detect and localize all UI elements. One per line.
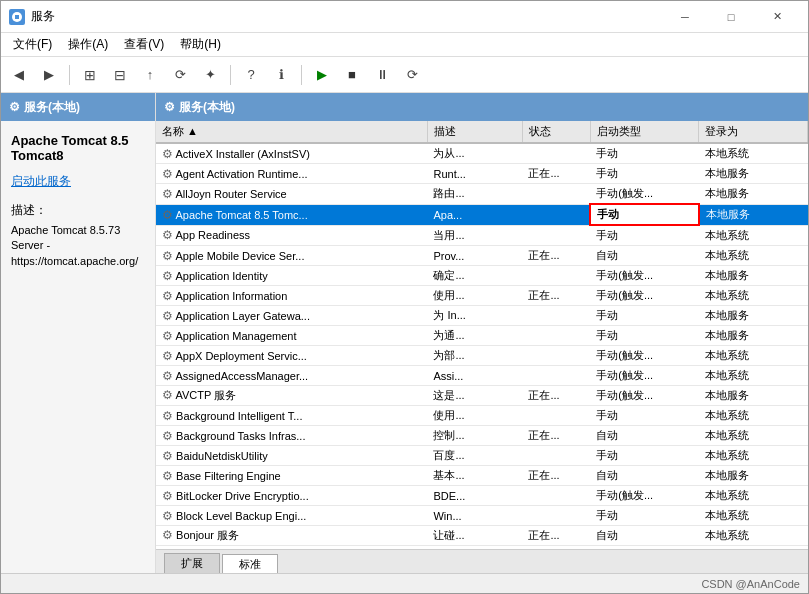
service-status-cell: 正在... (522, 466, 590, 486)
service-name-cell: ⚙ AVCTP 服务 (156, 386, 427, 406)
table-row[interactable]: ⚙ Background Intelligent T...使用...手动本地系统 (156, 406, 808, 426)
menu-view[interactable]: 查看(V) (116, 34, 172, 56)
service-desc-cell: Prov... (427, 246, 522, 266)
table-row[interactable]: ⚙ Apache Tomcat 8.5 Tomc...Apa...手动本地服务 (156, 204, 808, 225)
table-row[interactable]: ⚙ AppX Deployment Servic...为部...手动(触发...… (156, 346, 808, 366)
start-service-button[interactable]: ▶ (308, 61, 336, 89)
table-row[interactable]: ⚙ Apple Mobile Device Ser...Prov...正在...… (156, 246, 808, 266)
col-header-loginas[interactable]: 登录为 (699, 121, 808, 143)
service-desc-cell: 为从... (427, 143, 522, 164)
show-tree-button[interactable]: ⊞ (76, 61, 104, 89)
close-button[interactable]: ✕ (754, 1, 800, 33)
menu-help[interactable]: 帮助(H) (172, 34, 229, 56)
table-row[interactable]: ⚙ AssignedAccessManager...Assi...手动(触发..… (156, 366, 808, 386)
maximize-button[interactable]: □ (708, 1, 754, 33)
service-status-cell (522, 143, 590, 164)
right-panel-title: 服务(本地) (179, 99, 235, 116)
service-starttype-cell: 手动 (590, 326, 699, 346)
service-starttype-cell: 手动 (590, 204, 699, 225)
stop-service-button[interactable]: ■ (338, 61, 366, 89)
table-row[interactable]: ⚙ Application Information使用...正在...手动(触发… (156, 286, 808, 306)
service-name-cell: ⚙ Block Level Backup Engi... (156, 506, 427, 526)
service-status-cell (522, 486, 590, 506)
menu-action[interactable]: 操作(A) (60, 34, 116, 56)
service-status-cell (522, 204, 590, 225)
tab-standard[interactable]: 标准 (222, 554, 278, 573)
table-row[interactable]: ⚙ AllJoyn Router Service路由...手动(触发...本地服… (156, 184, 808, 205)
service-starttype-cell: 自动 (590, 466, 699, 486)
titlebar: 服务 ─ □ ✕ (1, 1, 808, 33)
pause-service-button[interactable]: ⏸ (368, 61, 396, 89)
service-icon: ⚙ (162, 509, 173, 523)
service-name-cell: ⚙ Agent Activation Runtime... (156, 164, 427, 184)
back-button[interactable]: ◀ (5, 61, 33, 89)
table-row[interactable]: ⚙ Block Level Backup Engi...Win...手动本地系统 (156, 506, 808, 526)
table-row[interactable]: ⚙ Application Management为通...手动本地服务 (156, 326, 808, 346)
table-row[interactable]: ⚙ AVCTP 服务这是...正在...手动(触发...本地服务 (156, 386, 808, 406)
table-row[interactable]: ⚙ Application Layer Gatewa...为 In...手动本地… (156, 306, 808, 326)
up-button[interactable]: ↑ (136, 61, 164, 89)
table-header-row: 名称 ▲ 描述 状态 启动类型 登录为 (156, 121, 808, 143)
toolbar-separator-3 (301, 65, 302, 85)
service-starttype-cell: 手动(触发... (590, 266, 699, 286)
service-name-cell: ⚙ Application Management (156, 326, 427, 346)
refresh-button[interactable]: ⟳ (166, 61, 194, 89)
table-row[interactable]: ⚙ BaiduNetdiskUtility百度...手动本地系统 (156, 446, 808, 466)
col-header-name[interactable]: 名称 ▲ (156, 121, 427, 143)
service-starttype-cell: 手动 (590, 406, 699, 426)
table-row[interactable]: ⚙ Base Filtering Engine基本...正在...自动本地服务 (156, 466, 808, 486)
service-desc-cell: Apa... (427, 204, 522, 225)
services-table-container[interactable]: 名称 ▲ 描述 状态 启动类型 登录为 ⚙ ActiveX Installer … (156, 121, 808, 549)
table-row[interactable]: ⚙ BitLocker Drive Encryptio...BDE...手动(触… (156, 486, 808, 506)
service-name-cell: ⚙ Background Tasks Infras... (156, 426, 427, 446)
col-header-status[interactable]: 状态 (522, 121, 590, 143)
toolbar: ◀ ▶ ⊞ ⊟ ↑ ⟳ ✦ ? ℹ ▶ ■ ⏸ ⟳ (1, 57, 808, 93)
hide-tree-button[interactable]: ⊟ (106, 61, 134, 89)
service-status-cell: 正在... (522, 386, 590, 406)
service-starttype-cell: 自动 (590, 526, 699, 546)
service-icon: ⚙ (162, 349, 173, 363)
service-name-cell: ⚙ Apple Mobile Device Ser... (156, 246, 427, 266)
restart-service-button[interactable]: ⟳ (398, 61, 426, 89)
service-desc-cell: 让碰... (427, 526, 522, 546)
help-button[interactable]: ? (237, 61, 265, 89)
service-loginas-cell: 本地系统 (699, 526, 808, 546)
col-header-desc[interactable]: 描述 (427, 121, 522, 143)
desc-text: Apache Tomcat 8.5.73 Server - https://to… (11, 223, 145, 269)
col-header-starttype[interactable]: 启动类型 (590, 121, 699, 143)
toolbar-separator-1 (69, 65, 70, 85)
table-row[interactable]: ⚙ App Readiness当用...手动本地系统 (156, 225, 808, 246)
service-name-cell: ⚙ Application Information (156, 286, 427, 306)
service-status-cell (522, 406, 590, 426)
table-row[interactable]: ⚙ Background Tasks Infras...控制...正在...自动… (156, 426, 808, 446)
service-starttype-cell: 手动(触发... (590, 486, 699, 506)
table-row[interactable]: ⚙ ActiveX Installer (AxInstSV)为从...手动本地系… (156, 143, 808, 164)
bottom-tabs: 扩展 标准 (156, 549, 808, 573)
service-starttype-cell: 手动(触发... (590, 386, 699, 406)
service-name-cell: ⚙ Application Layer Gatewa... (156, 306, 427, 326)
menu-file[interactable]: 文件(F) (5, 34, 60, 56)
service-status-cell (522, 184, 590, 205)
tab-expand[interactable]: 扩展 (164, 553, 220, 573)
properties-button[interactable]: ℹ (267, 61, 295, 89)
export-button[interactable]: ✦ (196, 61, 224, 89)
service-status-cell: 正在... (522, 164, 590, 184)
table-row[interactable]: ⚙ Application Identity确定...手动(触发...本地服务 (156, 266, 808, 286)
main-window: 服务 ─ □ ✕ 文件(F) 操作(A) 查看(V) 帮助(H) ◀ ▶ ⊞ ⊟… (0, 0, 809, 594)
service-icon: ⚙ (162, 269, 173, 283)
start-service-link[interactable]: 启动此服务 (11, 173, 71, 190)
service-loginas-cell: 本地系统 (699, 366, 808, 386)
table-row[interactable]: ⚙ Bonjour 服务让碰...正在...自动本地系统 (156, 526, 808, 546)
service-icon: ⚙ (162, 208, 173, 222)
service-loginas-cell: 本地系统 (699, 446, 808, 466)
menubar: 文件(F) 操作(A) 查看(V) 帮助(H) (1, 33, 808, 57)
service-icon: ⚙ (162, 388, 173, 402)
service-desc-cell: 控制... (427, 426, 522, 446)
service-icon: ⚙ (162, 309, 173, 323)
window-title: 服务 (31, 8, 662, 25)
service-name-cell: ⚙ Background Intelligent T... (156, 406, 427, 426)
minimize-button[interactable]: ─ (662, 1, 708, 33)
forward-button[interactable]: ▶ (35, 61, 63, 89)
table-row[interactable]: ⚙ Agent Activation Runtime...Runt...正在..… (156, 164, 808, 184)
service-starttype-cell: 手动(触发... (590, 366, 699, 386)
